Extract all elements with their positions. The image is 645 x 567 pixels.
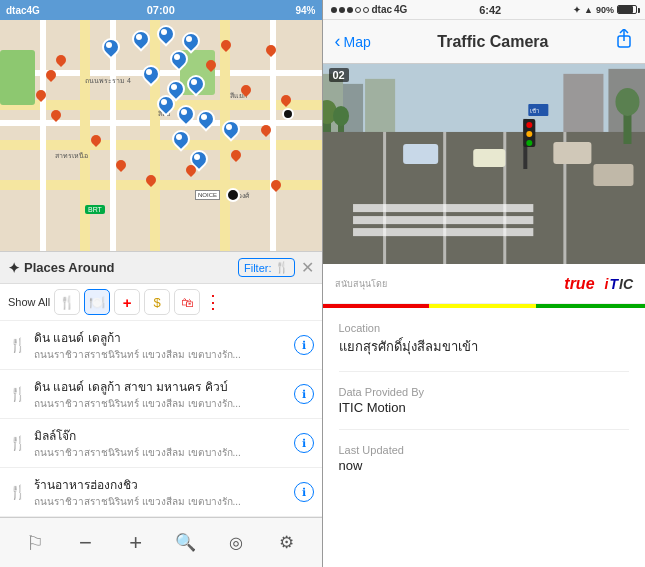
camera-number: 02 [329,68,349,82]
dot-5 [363,7,369,13]
info-button-2[interactable]: ℹ [294,384,314,404]
nav-bar: ‹ Map Traffic Camera [323,20,646,64]
network-left: 4G [27,5,40,16]
circle-marker-2[interactable] [282,108,294,120]
cat-food[interactable]: 🍴 [54,289,80,315]
cat-restaurant[interactable]: 🍽️ [84,289,110,315]
filter-label: Filter: [244,262,272,274]
svg-point-24 [526,140,532,146]
zoom-out-btn[interactable]: − [67,525,103,561]
share-icon [615,29,633,49]
svg-point-11 [333,106,349,126]
place-list: 🍴 ดิน แอนด์ เดลูก้า ถนนราชิวาสราชนิรินทร… [0,321,322,517]
status-icons-right: ✦ ▲ 90% [573,5,637,15]
place-icon-3: 🍴 [8,435,26,451]
pin-orange-1[interactable] [55,55,67,70]
place-addr-4: ถนนราชิวาสราชนิรินทร์ แขวงสีลม เขตบางรัก… [34,494,286,509]
search-btn[interactable]: 🔍 [168,525,204,561]
close-button[interactable]: ✕ [301,258,314,277]
dot-3 [347,7,353,13]
pin-blue-12[interactable] [220,120,238,142]
back-button[interactable]: ‹ Map [335,31,371,52]
map-label-1: ถนนพระราม 4 [85,75,131,86]
wifi-icon: ▲ [584,5,593,15]
info-button-1[interactable]: ℹ [294,335,314,355]
pin-orange-13[interactable] [220,40,232,55]
pin-orange-4[interactable] [50,110,62,125]
battery-left: 94% [295,5,315,16]
place-item-1[interactable]: 🍴 ดิน แอนด์ เดลูก้า ถนนราชิวาสราชนิรินทร… [0,321,322,370]
battery-bar [617,5,637,14]
places-header: ✦ Places Around Filter: 🍴 ✕ [0,252,322,284]
right-panel: dtac 4G 6:42 ✦ ▲ 90% ‹ Map Traffic Camer… [323,0,646,567]
locate-btn[interactable]: ◎ [218,525,254,561]
map-area[interactable]: BRT ถนนพระราม 4 สาทรเหนือ สีลม สุรวงศ์ ส… [0,20,322,251]
pin-orange-16[interactable] [270,180,282,195]
itic-i: i [605,276,609,292]
place-name-2: ดิน แอนด์ เดลูก้า สาขา มหานคร คิวบ์ [34,377,286,396]
updated-label: Last Updated [339,444,630,456]
map-background: BRT ถนนพระราม 4 สาทรเหนือ สีลม สุรวงศ์ ส… [0,20,322,251]
settings-btn[interactable]: ⚙ [268,525,304,561]
pin-blue-8[interactable] [185,75,203,97]
back-label: Map [344,34,371,50]
category-bar: Show All 🍴 🍽️ + $ 🛍 ⋮ [0,284,322,321]
pin-orange-8[interactable] [185,165,197,180]
info-button-3[interactable]: ℹ [294,433,314,453]
place-addr-1: ถนนราชิวาสราชนิรินทร์ แขวงสีลม เขตบางรัก… [34,347,286,362]
svg-rect-13 [383,132,386,264]
svg-rect-27 [403,144,438,164]
pin-orange-9[interactable] [230,150,242,165]
circle-marker-1[interactable] [226,188,240,202]
pin-blue-11[interactable] [195,110,213,132]
cat-shop[interactable]: 🛍 [174,289,200,315]
place-info-2: ดิน แอนด์ เดลูก้า สาขา มหานคร คิวบ์ ถนนร… [34,377,286,411]
pin-orange-10[interactable] [260,125,272,140]
bottom-toolbar: ⚐ − + 🔍 ◎ ⚙ [0,517,322,567]
place-info-3: มิลล์โจ๊ก ถนนราชิวาสราชนิรินทร์ แขวงสีลม… [34,426,286,460]
provider-row: Data Provided By ITIC Motion [339,386,630,415]
explore-btn[interactable]: ⚐ [17,525,53,561]
pin-orange-11[interactable] [240,85,252,100]
pin-orange-5[interactable] [90,135,102,150]
cat-medical[interactable]: + [114,289,140,315]
status-bar-right: dtac 4G 6:42 ✦ ▲ 90% [323,0,646,20]
dot-1 [331,7,337,13]
pin-blue-2[interactable] [130,30,148,52]
place-item-2[interactable]: 🍴 ดิน แอนด์ เดลูก้า สาขา มหานคร คิวบ์ ถน… [0,370,322,419]
pin-blue-3[interactable] [155,25,173,47]
pin-orange-7[interactable] [145,175,157,190]
svg-rect-14 [443,132,446,264]
pin-blue-9[interactable] [155,95,173,117]
zoom-in-btn[interactable]: + [118,525,154,561]
pin-orange-3[interactable] [35,90,47,105]
pin-blue-10[interactable] [175,105,193,127]
more-categories[interactable]: ⋮ [204,291,222,313]
pin-orange-6[interactable] [115,160,127,175]
time-left: 07:00 [147,4,175,16]
place-item-4[interactable]: 🍴 ร้านอาหารฮ่องกงชิว ถนนราชิวาสราชนิรินท… [0,468,322,517]
filter-button[interactable]: Filter: 🍴 [238,258,295,277]
info-button-4[interactable]: ℹ [294,482,314,502]
battery-fill [618,6,633,13]
pin-blue-1[interactable] [100,38,118,60]
pin-blue-6[interactable] [140,65,158,87]
place-icon-2: 🍴 [8,386,26,402]
svg-rect-18 [353,216,533,224]
pin-blue-5[interactable] [168,50,186,72]
place-name-3: มิลล์โจ๊ก [34,426,286,445]
location-row: Location แยกสุรศักดิ์มุ่งสีลมขาเข้า [339,322,630,357]
divider-1 [339,371,630,372]
pin-blue-13[interactable] [170,130,188,152]
pin-orange-2[interactable] [45,70,57,85]
pin-orange-12[interactable] [205,60,217,75]
place-item-3[interactable]: 🍴 มิลล์โจ๊ก ถนนราชิวาสราชนิรินทร์ แขวงสี… [0,419,322,468]
pin-orange-14[interactable] [265,45,277,60]
battery-label: 90% [596,5,614,15]
share-button[interactable] [615,29,633,54]
dot-4 [355,7,361,13]
sponsor-bar: สนับสนุนโดย true i T IC [323,264,646,304]
cat-atm[interactable]: $ [144,289,170,315]
show-all-label[interactable]: Show All [8,296,50,308]
place-addr-2: ถนนราชิวาสราชนิรินทร์ แขวงสีลม เขตบางรัก… [34,396,286,411]
